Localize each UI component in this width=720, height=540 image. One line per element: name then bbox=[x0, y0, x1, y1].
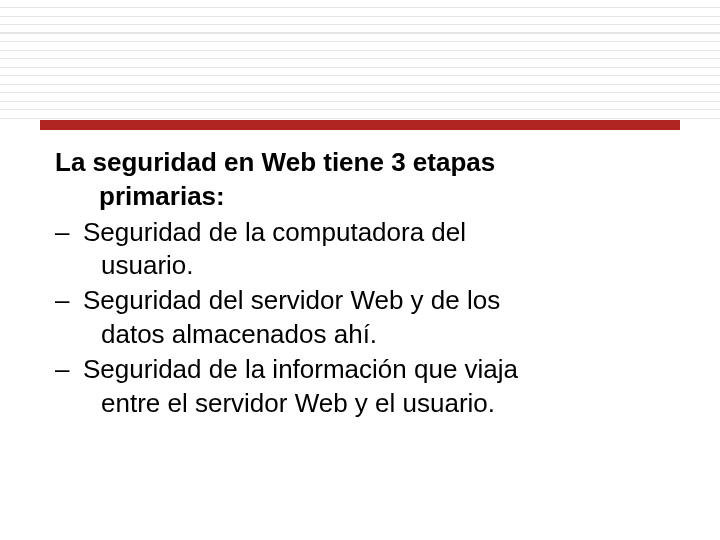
list-item: – Seguridad de la información que viaja … bbox=[55, 353, 665, 421]
list-item-text: Seguridad de la información que viaja en… bbox=[83, 353, 665, 421]
item-line-2: entre el servidor Web y el usuario. bbox=[83, 387, 665, 421]
heading-line-1: La seguridad en Web tiene 3 etapas bbox=[55, 147, 495, 177]
list-item: – Seguridad del servidor Web y de los da… bbox=[55, 284, 665, 352]
item-line-1: Seguridad del servidor Web y de los bbox=[83, 285, 500, 315]
header-stripes bbox=[0, 0, 720, 120]
heading-line-2: primarias: bbox=[55, 180, 665, 214]
item-line-2: usuario. bbox=[83, 249, 665, 283]
bullet-dash: – bbox=[55, 353, 83, 421]
list-item-text: Seguridad de la computadora del usuario. bbox=[83, 216, 665, 284]
item-line-1: Seguridad de la información que viaja bbox=[83, 354, 518, 384]
slide-content: La seguridad en Web tiene 3 etapas prima… bbox=[55, 146, 665, 421]
title-underline bbox=[40, 120, 680, 130]
bullet-dash: – bbox=[55, 216, 83, 284]
bullet-dash: – bbox=[55, 284, 83, 352]
item-line-1: Seguridad de la computadora del bbox=[83, 217, 466, 247]
slide-heading: La seguridad en Web tiene 3 etapas prima… bbox=[55, 146, 665, 214]
list-item-text: Seguridad del servidor Web y de los dato… bbox=[83, 284, 665, 352]
list-item: – Seguridad de la computadora del usuari… bbox=[55, 216, 665, 284]
item-line-2: datos almacenados ahí. bbox=[83, 318, 665, 352]
